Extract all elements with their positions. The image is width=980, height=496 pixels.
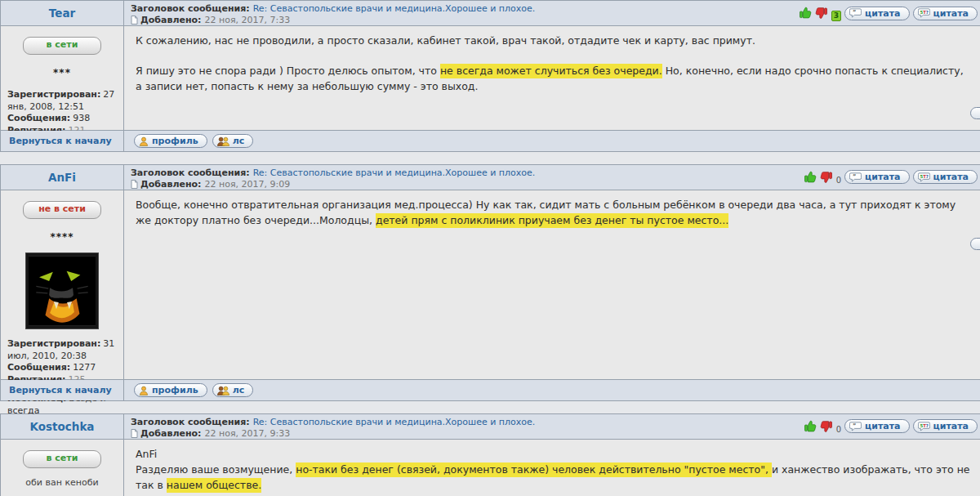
vote-count: 0 xyxy=(836,176,841,185)
back-to-top-link[interactable]: Вернуться к началу xyxy=(9,136,112,146)
thumb-down-icon[interactable] xyxy=(815,7,828,20)
post-message: Вообще, конечно отвратительная организац… xyxy=(136,198,971,229)
forum-post: Kostochka Заголовок сообщения:Re: Севаст… xyxy=(0,413,980,496)
post-header: Заголовок сообщения:Re: Севастопольские … xyxy=(124,414,980,439)
messages-info: Сообщения:938 xyxy=(7,113,117,125)
avatar xyxy=(26,253,98,328)
subject-label: Заголовок сообщения: xyxy=(131,168,250,178)
quote-icon xyxy=(849,422,862,431)
profile-button[interactable]: профиль xyxy=(134,383,207,397)
thumb-down-icon[interactable] xyxy=(820,171,833,184)
added-value: 22 ноя, 2017, 9:33 xyxy=(205,428,291,439)
post-page-icon xyxy=(131,180,138,189)
forum-post: Tear Заголовок сообщения:Re: Севастополь… xyxy=(0,0,980,152)
rank-stars: **** xyxy=(7,231,117,244)
added-label: Добавлено: xyxy=(140,15,202,25)
post-message-cell: Вообще, конечно отвратительная организац… xyxy=(124,190,980,379)
message-text: Я пишу это не спора ради ) Просто делюсь… xyxy=(136,65,440,77)
subject-label: Заголовок сообщения: xyxy=(131,3,250,14)
thumb-up-icon[interactable] xyxy=(804,171,817,184)
registered-info: Зарегистрирован:31 июл, 2010, 20:38 xyxy=(7,338,117,362)
post-actions: 0 цитата цитата xyxy=(804,418,978,434)
vote-count-badge: 3 xyxy=(831,11,841,21)
post-footer-actions: профиль лс xyxy=(124,131,980,151)
messages-info: Сообщения:1277 xyxy=(7,362,117,374)
quote-button[interactable]: цитата xyxy=(844,170,909,184)
quote-icon xyxy=(849,8,862,18)
two-persons-icon xyxy=(217,386,229,395)
subject-link[interactable]: Re: Севастопольские врачи и медицина.Хор… xyxy=(253,417,536,427)
post-actions: 3 цитата цитата xyxy=(799,5,978,21)
report-button[interactable]: ! xyxy=(970,238,980,250)
online-status-badge: не в сети xyxy=(23,201,101,219)
post-page-icon xyxy=(131,429,138,438)
private-message-button[interactable]: лс xyxy=(212,383,254,397)
multiquote-icon xyxy=(918,172,930,182)
back-to-top-cell: Вернуться к началу xyxy=(1,131,123,151)
subject-label: Заголовок сообщения: xyxy=(131,417,250,427)
back-to-top-cell: Вернуться к началу xyxy=(1,380,123,400)
profile-button[interactable]: профиль xyxy=(134,134,207,148)
multiquote-button[interactable]: цитата xyxy=(913,170,978,184)
highlighted-text: нашем обществе. xyxy=(167,479,261,491)
back-to-top-link[interactable]: Вернуться к началу xyxy=(9,385,112,395)
private-message-button[interactable]: лс xyxy=(212,134,254,148)
multiquote-button[interactable]: цитата xyxy=(913,419,978,433)
person-icon xyxy=(139,386,149,395)
post-actions: 0 цитата цитата xyxy=(804,169,978,185)
multiquote-icon xyxy=(918,8,930,18)
message-text: AnFi xyxy=(136,448,157,460)
person-icon xyxy=(139,136,149,146)
online-status-badge: в сети xyxy=(23,37,101,55)
author-profile-panel: в сети *** Зарегистрирован:27 янв, 2008,… xyxy=(1,26,123,130)
post-message-cell: К сожалению, нас не проводили, а просто … xyxy=(124,26,980,130)
report-button[interactable]: ! xyxy=(970,107,980,119)
post-header: Заголовок сообщения:Re: Севастопольские … xyxy=(124,165,980,190)
thumb-up-icon[interactable] xyxy=(804,420,817,433)
highlighted-text: не всегда может случиться без очереди. xyxy=(440,65,662,77)
post-author[interactable]: Kostochka xyxy=(1,414,123,439)
quote-button[interactable]: цитата xyxy=(844,7,909,20)
added-label: Добавлено: xyxy=(140,179,202,190)
forum-post: AnFi Заголовок сообщения:Re: Севастополь… xyxy=(0,164,980,401)
user-title: оби ван кеноби xyxy=(7,477,117,489)
rank-stars: *** xyxy=(7,67,117,80)
added-label: Добавлено: xyxy=(140,428,202,439)
highlighted-text: детей прям с поликлиник приучаем без ден… xyxy=(376,214,728,226)
post-page-icon xyxy=(131,16,138,25)
thumb-up-icon[interactable] xyxy=(799,7,812,20)
online-status-badge: в сети xyxy=(23,450,101,468)
added-value: 22 ноя, 2017, 7:33 xyxy=(205,15,291,25)
message-text: К сожалению, нас не проводили, а просто … xyxy=(136,34,755,47)
quote-icon xyxy=(849,172,862,182)
two-persons-icon xyxy=(217,136,229,146)
subject-link[interactable]: Re: Севастопольские врачи и медицина.Хор… xyxy=(253,168,536,178)
highlighted-text: но-таки без денег (связей, документов та… xyxy=(296,463,772,476)
post-footer-actions: профиль лс xyxy=(124,380,980,400)
registered-info: Зарегистрирован:27 янв, 2008, 12:51 xyxy=(7,89,117,113)
message-text: Разделяю ваше возмущение, xyxy=(136,463,296,476)
post-author[interactable]: Tear xyxy=(1,1,123,25)
post-author[interactable]: AnFi xyxy=(1,165,123,190)
post-header: Заголовок сообщения:Re: Севастопольские … xyxy=(124,1,980,25)
author-profile-panel: не в сети **** Зарегистрирован:31 июл, 2… xyxy=(1,190,123,379)
multiquote-button[interactable]: цитата xyxy=(913,7,978,20)
multiquote-icon xyxy=(918,422,930,431)
thumb-down-icon[interactable] xyxy=(820,420,833,433)
vote-count: 0 xyxy=(836,425,841,434)
quote-button[interactable]: цитата xyxy=(844,419,909,433)
post-message: К сожалению, нас не проводили, а просто … xyxy=(136,34,971,94)
subject-link[interactable]: Re: Севастопольские врачи и медицина.Хор… xyxy=(253,3,536,14)
post-message-cell: AnFiРазделяю ваше возмущение, но-таки бе… xyxy=(124,440,980,496)
post-message: AnFiРазделяю ваше возмущение, но-таки бе… xyxy=(136,447,971,493)
added-value: 22 ноя, 2017, 9:09 xyxy=(205,179,291,190)
author-profile-panel: в сети оби ван кеноби xyxy=(1,440,123,496)
